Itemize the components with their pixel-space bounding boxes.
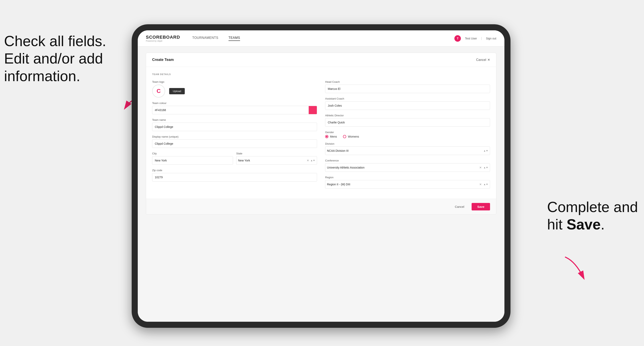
region-select[interactable]: Region II - (M) DIII ✕ ▲▼ <box>325 180 490 188</box>
athletic-director-input[interactable] <box>325 118 490 127</box>
region-clear-icon[interactable]: ✕ <box>479 183 482 186</box>
instruction-line1: Check all fields. <box>4 33 106 49</box>
footer-cancel-button[interactable]: Cancel <box>451 203 468 210</box>
main-nav: TOURNAMENTS TEAMS <box>192 36 454 41</box>
conference-field: Conference University Athletic Associati… <box>325 159 490 172</box>
tablet-frame: SCOREBOARD Powered by clippit TOURNAMENT… <box>132 24 510 328</box>
app-logo: SCOREBOARD Powered by clippit <box>146 35 180 42</box>
head-coach-input[interactable] <box>325 85 490 93</box>
team-name-input[interactable] <box>152 123 317 131</box>
sign-out-link[interactable]: Sign out <box>486 37 496 40</box>
panel-title: Create Team <box>152 58 174 62</box>
womens-radio[interactable] <box>343 135 346 138</box>
state-label: State <box>236 152 317 155</box>
create-team-panel: Create Team Cancel ✕ TEAM DETAILS <box>146 53 496 215</box>
display-name-input[interactable] <box>152 139 317 148</box>
team-name-field: Team name <box>152 118 317 131</box>
division-actions: ▲▼ <box>483 149 488 152</box>
colour-wrap <box>152 106 317 114</box>
tablet-screen: SCOREBOARD Powered by clippit TOURNAMENT… <box>138 30 504 322</box>
gender-field: Gender Mens Womens <box>325 131 490 138</box>
panel-body: TEAM DETAILS Team logo C Upload <box>146 67 496 199</box>
mens-radio[interactable] <box>325 135 328 138</box>
region-label: Region <box>325 176 490 179</box>
zip-label: Zip code <box>152 169 317 172</box>
division-caret-icon: ▲▼ <box>483 149 488 152</box>
head-coach-field: Head Coach <box>325 80 490 93</box>
conference-label: Conference <box>325 159 490 162</box>
logo-sub: Powered by clippit <box>146 40 180 42</box>
conference-clear-icon[interactable]: ✕ <box>479 166 482 169</box>
assistant-coach-field: Assistant Coach <box>325 97 490 110</box>
user-name: Test User <box>465 37 477 40</box>
nav-separator: | <box>481 37 482 40</box>
instruction-line2: Edit and/or add <box>4 50 103 67</box>
state-value: New York <box>238 159 306 162</box>
state-field: State New York ✕ ▲▼ <box>236 152 317 165</box>
panel-cancel-label: Cancel <box>476 58 486 62</box>
womens-label: Womens <box>348 135 359 138</box>
navbar: SCOREBOARD Powered by clippit TOURNAMENT… <box>138 30 504 46</box>
state-clear-icon[interactable]: ✕ <box>307 159 309 162</box>
close-icon: ✕ <box>488 58 490 62</box>
athletic-director-field: Athletic Director <box>325 114 490 127</box>
upload-button[interactable]: Upload <box>169 88 185 94</box>
right-arrow <box>559 253 596 290</box>
state-caret-icon: ▲▼ <box>310 159 315 162</box>
state-select[interactable]: New York ✕ ▲▼ <box>236 156 317 165</box>
instruction-line3: information. <box>4 68 80 84</box>
colour-swatch[interactable] <box>308 106 317 114</box>
display-name-label: Display name (unique) <box>152 135 317 138</box>
panel-cancel-button[interactable]: Cancel ✕ <box>476 58 490 62</box>
right-instruction: Complete and hit Save. <box>547 198 638 233</box>
navbar-right: T Test User | Sign out <box>454 35 496 42</box>
form-left: Team logo C Upload Team colour <box>152 80 317 193</box>
team-logo-label: Team logo <box>152 80 317 83</box>
team-colour-field: Team colour <box>152 102 317 114</box>
section-label: TEAM DETAILS <box>152 73 490 75</box>
conference-value: University Athletic Association <box>327 166 479 169</box>
city-state-row: City State New York ✕ ▲▼ <box>152 152 317 165</box>
gender-womens-option[interactable]: Womens <box>343 135 359 138</box>
city-input[interactable] <box>152 156 233 165</box>
panel-footer: Cancel Save <box>146 199 496 214</box>
zip-input[interactable] <box>152 173 317 181</box>
mens-label: Mens <box>330 135 337 138</box>
division-value: NCAA Division III <box>327 149 483 152</box>
save-button[interactable]: Save <box>472 203 490 210</box>
region-value: Region II - (M) DIII <box>327 183 479 186</box>
form-grid: Team logo C Upload Team colour <box>152 80 490 193</box>
region-caret-icon: ▲▼ <box>483 183 488 186</box>
display-name-field: Display name (unique) <box>152 135 317 148</box>
logo-main: SCOREBOARD <box>146 35 180 40</box>
division-field: Division NCAA Division III ▲▼ <box>325 142 490 155</box>
gender-label: Gender <box>325 131 490 134</box>
logo-section: C Upload <box>152 85 317 98</box>
gender-mens-option[interactable]: Mens <box>325 135 337 138</box>
conference-caret-icon: ▲▼ <box>483 166 488 169</box>
city-label: City <box>152 152 233 155</box>
nav-tournaments[interactable]: TOURNAMENTS <box>192 36 218 41</box>
assistant-coach-input[interactable] <box>325 101 490 110</box>
city-field: City <box>152 152 233 165</box>
main-content: Create Team Cancel ✕ TEAM DETAILS <box>138 46 504 322</box>
instruction-right-line2: hit Save. <box>547 216 605 232</box>
region-field: Region Region II - (M) DIII ✕ ▲▼ <box>325 176 490 188</box>
user-avatar: T <box>454 35 461 42</box>
zip-field: Zip code <box>152 169 317 181</box>
assistant-coach-label: Assistant Coach <box>325 97 490 100</box>
athletic-director-label: Athletic Director <box>325 114 490 117</box>
division-label: Division <box>325 142 490 145</box>
logo-preview: C <box>152 85 165 98</box>
conference-actions: ✕ ▲▼ <box>479 166 488 169</box>
team-logo-field: Team logo C Upload <box>152 80 317 98</box>
gender-options: Mens Womens <box>325 135 490 138</box>
team-colour-label: Team colour <box>152 102 317 105</box>
left-instruction: Check all fields. Edit and/or add inform… <box>4 32 106 85</box>
conference-select[interactable]: University Athletic Association ✕ ▲▼ <box>325 163 490 172</box>
nav-teams[interactable]: TEAMS <box>228 36 240 41</box>
head-coach-label: Head Coach <box>325 80 490 83</box>
colour-text-input[interactable] <box>152 106 308 114</box>
panel-header: Create Team Cancel ✕ <box>146 53 496 67</box>
division-select[interactable]: NCAA Division III ▲▼ <box>325 147 490 155</box>
